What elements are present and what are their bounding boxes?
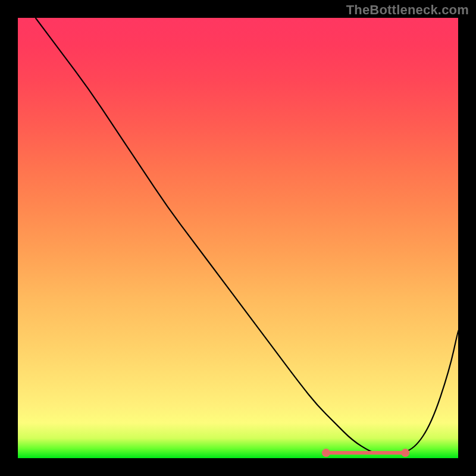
low-region-cap-right (403, 450, 408, 455)
plot-area (18, 18, 458, 458)
watermark-text: TheBottleneck.com (346, 2, 469, 18)
chart-stage: TheBottleneck.com (0, 0, 476, 476)
bottleneck-curve (36, 18, 458, 454)
curve-layer (18, 18, 458, 458)
low-region-cap-left (324, 450, 328, 455)
